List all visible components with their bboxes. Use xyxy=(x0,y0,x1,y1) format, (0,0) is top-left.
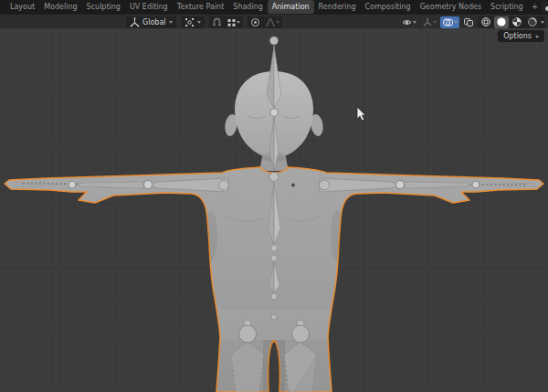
chevron-down-icon xyxy=(541,21,544,26)
tab-uv-editing[interactable]: UV Editing xyxy=(125,0,173,14)
solid-shading-icon xyxy=(496,16,507,27)
toggle-xray-button[interactable] xyxy=(461,16,476,28)
tab-sculpting[interactable]: Sculpting xyxy=(82,0,125,14)
show-gizmo-dropdown[interactable] xyxy=(420,16,438,28)
add-workspace-button[interactable]: + xyxy=(528,0,543,14)
tab-rendering[interactable]: Rendering xyxy=(314,0,361,14)
falloff-dropdown[interactable] xyxy=(263,16,281,28)
chevron-down-icon xyxy=(454,21,458,26)
material-shading-button[interactable] xyxy=(510,16,524,28)
options-label: Options xyxy=(503,32,532,40)
shading-mode-group xyxy=(478,16,545,28)
scene-selector: Scene xyxy=(542,0,548,14)
overlays-icon xyxy=(442,17,454,27)
chevron-down-icon xyxy=(535,36,539,40)
3d-viewport[interactable] xyxy=(0,28,548,392)
chevron-down-icon xyxy=(433,21,437,26)
proportional-editing-icon xyxy=(250,17,260,27)
topbar: Layout Modeling Sculpting UV Editing Tex… xyxy=(0,0,548,14)
falloff-curve-icon xyxy=(265,17,276,27)
blender-window: Layout Modeling Sculpting UV Editing Tex… xyxy=(0,0,548,392)
solid-shading-button[interactable] xyxy=(494,16,509,28)
proportional-editing-button[interactable] xyxy=(248,16,262,28)
orientation-label: Global xyxy=(142,18,166,26)
viewport-header: Global xyxy=(0,14,548,28)
gizmo-icon xyxy=(422,17,433,27)
snap-toggle-button[interactable] xyxy=(210,16,224,28)
chevron-down-icon xyxy=(197,21,201,26)
chevron-down-icon xyxy=(413,21,416,26)
tab-shading[interactable]: Shading xyxy=(228,0,268,14)
visibility-icon xyxy=(401,17,413,27)
viewport-header-right xyxy=(399,16,545,28)
material-shading-icon xyxy=(511,16,522,27)
viewport-header-center: Global xyxy=(126,16,282,28)
scene-icon xyxy=(544,2,548,12)
chevron-down-icon xyxy=(169,21,173,26)
snap-group xyxy=(209,16,243,28)
tab-layout[interactable]: Layout xyxy=(5,0,39,14)
wireframe-shading-button[interactable] xyxy=(479,16,493,28)
pivot-point-icon xyxy=(184,17,195,27)
wireframe-shading-icon xyxy=(480,16,491,27)
xray-icon xyxy=(463,17,474,27)
rendered-shading-icon xyxy=(527,16,538,27)
snap-target-dropdown[interactable] xyxy=(225,16,242,28)
proportional-edit-group xyxy=(248,16,282,28)
rendered-shading-button[interactable] xyxy=(525,16,540,28)
tab-animation[interactable]: Animation xyxy=(268,0,314,14)
snap-target-icon xyxy=(227,17,237,27)
show-overlays-dropdown[interactable] xyxy=(440,16,459,28)
tab-scripting[interactable]: Scripting xyxy=(486,0,528,14)
tab-modeling[interactable]: Modeling xyxy=(39,0,81,14)
snap-magnet-icon xyxy=(212,17,222,27)
transform-orientation-icon xyxy=(130,17,140,27)
chevron-down-icon xyxy=(276,21,279,26)
tab-texture-paint[interactable]: Texture Paint xyxy=(173,0,229,14)
viewport-options-dropdown[interactable]: Options xyxy=(498,30,544,42)
chevron-down-icon xyxy=(237,21,240,26)
scene-browse-button[interactable] xyxy=(542,1,548,13)
transform-orientation-dropdown[interactable]: Global xyxy=(126,16,176,28)
object-visibility-dropdown[interactable] xyxy=(399,16,418,28)
tab-geometry-nodes[interactable]: Geometry Nodes xyxy=(416,0,486,14)
pivot-point-dropdown[interactable] xyxy=(181,16,205,28)
tab-compositing[interactable]: Compositing xyxy=(360,0,415,14)
